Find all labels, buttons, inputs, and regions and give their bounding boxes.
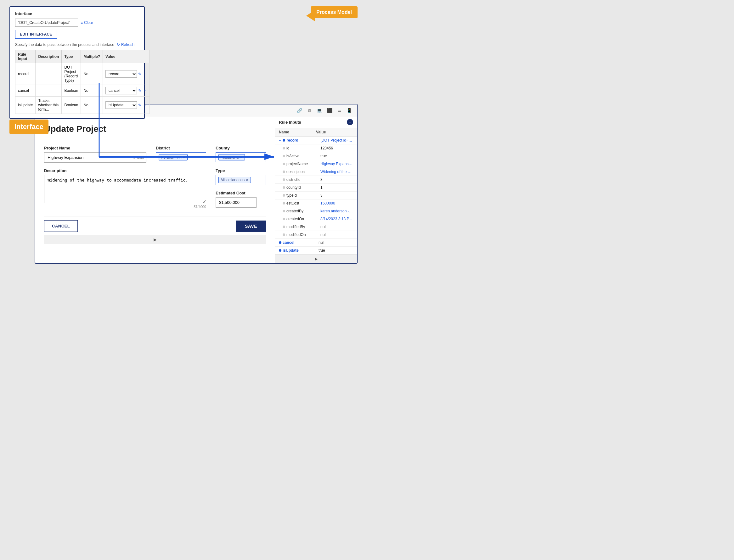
- form-row-2: Description Widening of the highway to a…: [44, 168, 266, 209]
- rule-inputs-col-headers: Name Value: [275, 128, 357, 137]
- rule-inputs-table: RuleInput Description Type Multiple? Val…: [15, 50, 150, 114]
- rule-item-countyid: countyId 1: [275, 184, 357, 192]
- link-icon[interactable]: 🔗: [295, 107, 303, 114]
- collapse-icon[interactable]: −: [279, 138, 281, 142]
- description-textarea-wrapper: Widening of the highway to accommodate i…: [44, 175, 206, 209]
- tablet-icon[interactable]: ⬛: [326, 107, 333, 114]
- estimated-cost-input[interactable]: [216, 197, 256, 208]
- estimated-cost-label: Estimated Cost: [216, 191, 266, 195]
- specify-row: Specify the data to pass between the pro…: [15, 42, 139, 47]
- interface-input[interactable]: [15, 19, 78, 27]
- arrow-right-icon: ▶: [315, 257, 317, 261]
- cancel-plus-icon[interactable]: ＋: [143, 88, 147, 93]
- record-dot: [283, 139, 285, 142]
- rule-item-typeid: typeId 3: [275, 192, 357, 199]
- record-plus-icon[interactable]: ＋: [143, 71, 147, 77]
- rule-item-cancel: cancel null: [275, 239, 357, 247]
- table-row: cancel Boolean No cancel ✎ ＋: [15, 85, 150, 97]
- rule-item-districtid: districtId 8: [275, 176, 357, 184]
- county-label: County: [216, 146, 266, 150]
- rule-inputs-panel: Rule Inputs + Name Value − record [DOT P…: [275, 116, 357, 263]
- rule-item-projectname: projectName Highway Expansion: [275, 160, 357, 168]
- interface-input-row: ≡ Clear: [15, 19, 139, 27]
- project-name-label: Project Name: [44, 146, 146, 150]
- col-rule-input: RuleInput: [15, 50, 36, 63]
- col-type: Type: [62, 50, 81, 63]
- description-label: Description: [44, 168, 206, 173]
- type-tag: Miscellaneous ✕: [218, 177, 251, 183]
- projectname-dot: [283, 163, 285, 165]
- top-panel: Interface ≡ Clear EDIT INTERFACE Specify…: [9, 6, 145, 119]
- estcost-dot: [283, 202, 285, 204]
- rule-item-record: − record [DOT Project id=1...: [275, 137, 357, 144]
- mobile-icon[interactable]: 📱: [345, 107, 353, 114]
- isupdate-value-select[interactable]: isUpdate: [105, 101, 137, 109]
- createdon-dot: [283, 218, 285, 220]
- project-name-count: 17/255: [133, 156, 144, 160]
- isupdate-edit-icon[interactable]: ✎: [138, 103, 142, 108]
- description-dot: [283, 171, 285, 173]
- modifiedon-dot: [283, 233, 285, 236]
- desktop-icon[interactable]: 🖥: [306, 107, 313, 114]
- type-tag-remove[interactable]: ✕: [246, 178, 249, 182]
- rule-inputs-scroll-right[interactable]: ▶: [275, 255, 357, 263]
- scroll-right-arrow[interactable]: ▶: [44, 235, 266, 244]
- cancel-edit-icon[interactable]: ✎: [138, 88, 142, 93]
- rule-item-description: description Widening of the hi...: [275, 168, 357, 176]
- id-dot: [283, 147, 285, 149]
- rule-inputs-add-button[interactable]: +: [347, 119, 353, 125]
- district-tag-input[interactable]: Northern VA ✕: [156, 152, 206, 162]
- device-icons: 🔗 🖥 💻 ⬛ ▭ 📱: [295, 107, 353, 114]
- save-button[interactable]: SAVE: [236, 221, 266, 232]
- type-tag-input[interactable]: Miscellaneous ✕: [216, 175, 266, 185]
- record-edit-icon[interactable]: ✎: [138, 72, 142, 76]
- process-model-callout: Process Model: [311, 6, 357, 18]
- rule-inputs-list: − record [DOT Project id=1... id 123456 …: [275, 137, 357, 255]
- description-textarea[interactable]: Widening of the highway to accommodate i…: [44, 175, 206, 203]
- process-model-label: Process Model: [316, 9, 352, 15]
- main-panel: ✎ EDIT 👁 PREVIEW ⊙ PERFORMANCE 🔗 🖥 💻 ⬛ ▭…: [35, 104, 357, 264]
- col-description: Description: [36, 50, 62, 63]
- project-name-input[interactable]: [44, 152, 146, 163]
- rule-item-modifiedon: modifiedOn null: [275, 231, 357, 239]
- rule-item-isactive: isActive true: [275, 152, 357, 160]
- cancel-button[interactable]: CANCEL: [44, 220, 78, 232]
- rule-item-createdon: createdOn 8/14/2023 3:13 P...: [275, 215, 357, 223]
- rule-item-createdby: createdBy karen.anderson - ...: [275, 207, 357, 215]
- record-value-select[interactable]: record: [105, 70, 137, 78]
- cancel-dot: [279, 241, 281, 244]
- form-area: Update Project Project Name 17/255 Distr…: [35, 116, 275, 263]
- district-tag-remove[interactable]: ✕: [182, 155, 185, 160]
- rule-item-modifiedby: modifiedBy null: [275, 223, 357, 231]
- district-group: District Northern VA ✕: [156, 146, 206, 163]
- right-fields: Type Miscellaneous ✕ Estimated Cost: [216, 168, 266, 209]
- arrow-icon: ▶: [154, 237, 157, 242]
- rule-inputs-header: Rule Inputs +: [275, 116, 357, 128]
- interface-label: Interface: [9, 120, 48, 134]
- table-row: isUpdate Tracks whether this form... Boo…: [15, 97, 150, 114]
- countyid-dot: [283, 186, 285, 189]
- isupdate-plus-icon[interactable]: ＋: [143, 102, 147, 108]
- description-group: Description Widening of the highway to a…: [44, 168, 206, 209]
- form-actions: CANCEL SAVE: [44, 216, 266, 232]
- district-label: District: [156, 146, 206, 150]
- county-tag-remove[interactable]: ✕: [240, 155, 243, 160]
- list-icon: ≡: [81, 20, 83, 25]
- form-title: Update Project: [44, 124, 266, 138]
- clear-button[interactable]: ≡ Clear: [81, 20, 93, 25]
- estimated-cost-group: Estimated Cost: [216, 191, 266, 208]
- laptop-icon[interactable]: 💻: [315, 107, 323, 114]
- form-row-1: Project Name 17/255 District Northern VA…: [44, 146, 266, 163]
- district-tag: Northern VA ✕: [159, 154, 188, 160]
- county-tag-input[interactable]: Alexandria ✕: [216, 152, 266, 162]
- type-label: Type: [216, 168, 266, 173]
- tablet-small-icon[interactable]: ▭: [336, 107, 343, 114]
- panel-title: Interface: [15, 11, 139, 16]
- refresh-icon: ↻: [117, 42, 120, 47]
- type-group: Type Miscellaneous ✕: [216, 168, 266, 185]
- county-tag: Alexandria ✕: [218, 154, 245, 160]
- description-count: 57/4000: [44, 205, 206, 209]
- cancel-value-select[interactable]: cancel: [105, 87, 137, 94]
- edit-interface-button[interactable]: EDIT INTERFACE: [15, 30, 57, 39]
- refresh-button[interactable]: ↻ Refresh: [117, 42, 134, 47]
